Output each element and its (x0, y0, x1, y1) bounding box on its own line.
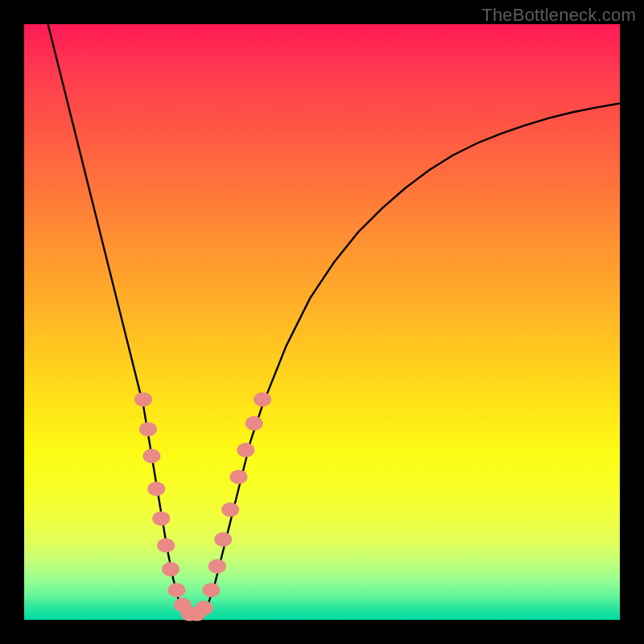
data-marker (152, 511, 170, 526)
chart-frame: TheBottleneck.com (0, 0, 644, 644)
curve-layer (24, 24, 620, 620)
data-marker (134, 392, 152, 407)
data-marker (162, 562, 180, 576)
marker-layer (134, 392, 271, 621)
data-marker (237, 443, 254, 457)
data-marker (202, 583, 220, 597)
data-marker (167, 583, 185, 597)
bottleneck-curve (48, 24, 620, 620)
data-marker (208, 559, 226, 573)
data-marker (142, 449, 160, 464)
data-marker (139, 422, 157, 436)
watermark-text: TheBottleneck.com (481, 5, 636, 26)
data-marker (147, 481, 165, 496)
data-marker (221, 502, 239, 517)
plot-area (24, 24, 620, 620)
data-marker (214, 532, 232, 547)
data-marker (254, 392, 271, 407)
data-marker (246, 416, 263, 431)
data-marker (229, 469, 247, 484)
data-marker (157, 539, 175, 553)
data-marker (195, 601, 213, 615)
